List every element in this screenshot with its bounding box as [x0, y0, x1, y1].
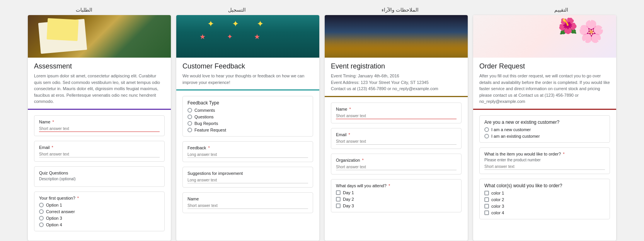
feedback-text-label: Feedback *	[187, 145, 308, 150]
checkbox-sq-day2	[336, 197, 341, 202]
customer-type-options: I am a new customer I am an existing cus…	[484, 127, 605, 138]
color-label: What color(s) would you like to order?	[484, 183, 605, 188]
label-registration: التسجيل	[228, 7, 246, 13]
feedback-text-input[interactable]	[187, 152, 308, 158]
suggestions-label: Suggestions for improvement	[187, 171, 308, 176]
radio-comments[interactable]: Comments	[187, 108, 308, 113]
customer-type-label: Are you a new or existing customer?	[484, 120, 605, 125]
assessment-divider	[28, 109, 171, 110]
cards-row: Assessment Lorem ipsum dolor sit amet, c…	[0, 15, 644, 241]
order-divider	[473, 109, 616, 110]
checkbox-sq-day1	[336, 190, 341, 195]
checkbox-sq-color2	[484, 197, 489, 202]
suggestions-input[interactable]	[187, 177, 308, 183]
field-item-label: What is the item you would like to order…	[484, 152, 605, 156]
field-feedback-type-section: Feedback Type Comments Questions Bug	[182, 96, 313, 137]
radio-bugreports[interactable]: Bug Reports	[187, 121, 308, 126]
field-days-section: What days will you attend? * Day 1 Day 2	[331, 179, 462, 212]
checkbox-day3[interactable]: Day 3	[336, 203, 457, 208]
field-email-section: Email *	[34, 141, 165, 162]
checkbox-color2[interactable]: color 2	[484, 197, 605, 202]
card-order-body: Order Request After you fill out this or…	[473, 58, 616, 229]
field-name-ev-input[interactable]	[336, 113, 457, 119]
checkbox-day1[interactable]: Day 1	[336, 190, 457, 195]
card-event-title: Event registration	[331, 62, 462, 70]
field-email-label: Email *	[39, 145, 160, 150]
field-color-section: What color(s) would you like to order? c…	[479, 179, 610, 219]
radio-option4[interactable]: Option 4	[39, 222, 160, 227]
radio-option1[interactable]: Option 1	[39, 203, 160, 207]
radio-questions[interactable]: Questions	[187, 115, 308, 119]
feedback-type-label: Feedback Type	[187, 100, 308, 106]
radio-bugreports-circle	[187, 121, 192, 126]
card-order-desc: After you fill out this order request, w…	[479, 73, 610, 105]
checkbox-color4[interactable]: color 4	[484, 210, 605, 215]
field-name-ev-section: Name *	[331, 103, 462, 123]
field-email-ev-label: Email *	[336, 132, 457, 137]
card-assessment: Assessment Lorem ipsum dolor sit amet, c…	[28, 15, 171, 241]
field-name-input[interactable]	[39, 126, 160, 132]
field-email-input[interactable]	[39, 151, 160, 157]
checkbox-color3[interactable]: color 3	[484, 204, 605, 209]
card-assessment-title: Assessment	[34, 62, 165, 70]
radio-new-customer[interactable]: I am a new customer	[484, 127, 605, 132]
radio-circle-4	[39, 222, 44, 227]
field-question-options: Option 1 Correct answer Option 3 Op	[39, 203, 160, 227]
radio-new-customer-circle	[484, 127, 489, 132]
label-orders: الطلبات	[76, 7, 92, 13]
field-question-label: Your first question? *	[39, 196, 160, 200]
card-event-desc: Event Timing: January 4th-6th, 2016 Even…	[331, 73, 462, 92]
name-fb-label: Name	[187, 197, 308, 201]
field-name-section: Name *	[34, 115, 165, 136]
field-quiz-label: Quiz Questions	[39, 171, 160, 175]
banner-feedback	[176, 15, 319, 58]
radio-featurerequest-circle	[187, 128, 192, 132]
radio-questions-circle	[187, 115, 192, 119]
field-org-input[interactable]	[336, 164, 457, 170]
checkbox-color1[interactable]: color 1	[484, 191, 605, 195]
banner-order	[473, 15, 616, 58]
feedback-divider	[176, 89, 319, 91]
field-org-section: Organization *	[331, 154, 462, 174]
radio-existing-customer[interactable]: I am an existing customer	[484, 134, 605, 138]
field-quiz-desc: Description (optional)	[39, 177, 160, 181]
radio-comments-circle	[187, 108, 192, 113]
radio-featurerequest[interactable]: Feature Request	[187, 128, 308, 132]
label-feedback: الملاحظات والآراء	[382, 7, 419, 13]
field-email-ev-input[interactable]	[336, 138, 457, 145]
feedback-type-options: Comments Questions Bug Reports Feat	[187, 108, 308, 132]
name-fb-input[interactable]	[187, 203, 308, 209]
card-feedback-body: Customer Feedback We would love to hear …	[176, 58, 319, 222]
field-item-desc: Please enter the product number	[484, 158, 605, 162]
card-feedback: Customer Feedback We would love to hear …	[176, 15, 319, 241]
banner-assessment	[28, 15, 171, 58]
field-quiz-section: Quiz Questions Description (optional)	[34, 166, 165, 187]
card-assessment-body: Assessment Lorem ipsum dolor sit amet, c…	[28, 58, 171, 241]
checkbox-sq-color3	[484, 204, 489, 209]
radio-existing-customer-circle	[484, 134, 489, 138]
checkbox-day2[interactable]: Day 2	[336, 197, 457, 202]
field-email-ev-section: Email *	[331, 128, 462, 149]
field-customer-type-section: Are you a new or existing customer? I am…	[479, 115, 610, 143]
checkbox-sq-color4	[484, 210, 489, 215]
field-org-label: Organization *	[336, 158, 457, 162]
card-event-body: Event registration Event Timing: January…	[325, 58, 468, 222]
radio-circle-2	[39, 209, 44, 214]
checkbox-sq-color1	[484, 191, 489, 195]
radio-circle-3	[39, 216, 44, 220]
field-item-input[interactable]	[484, 164, 605, 170]
card-order: Order Request After you fill out this or…	[473, 15, 616, 241]
field-suggestions-section: Suggestions for improvement	[182, 167, 313, 188]
field-name-fb-section: Name	[182, 192, 313, 213]
label-assessment: التقييم	[554, 7, 568, 13]
card-order-title: Order Request	[479, 62, 610, 70]
radio-option2[interactable]: Correct answer	[39, 209, 160, 214]
banner-event	[325, 15, 468, 58]
radio-circle-1	[39, 203, 44, 207]
days-options: Day 1 Day 2 Day 3	[336, 190, 457, 208]
field-feedback-text-section: Feedback *	[182, 141, 313, 162]
card-assessment-desc: Lorem ipsum dolor sit amet, consectetur …	[34, 73, 165, 105]
field-question-section: Your first question? * Option 1 Correct …	[34, 191, 165, 231]
radio-option3[interactable]: Option 3	[39, 216, 160, 220]
card-feedback-desc: We would love to hear your thoughts or f…	[182, 73, 313, 85]
